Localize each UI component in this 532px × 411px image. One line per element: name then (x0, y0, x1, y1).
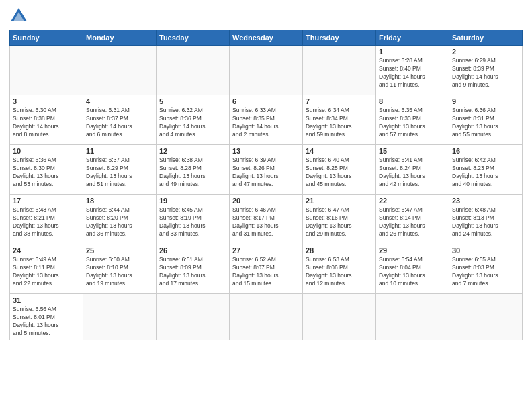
day-info: Sunrise: 6:42 AM Sunset: 8:23 PM Dayligh… (452, 156, 519, 189)
calendar-cell: 14Sunrise: 6:40 AM Sunset: 8:25 PM Dayli… (303, 145, 376, 195)
header-monday: Monday (83, 30, 157, 46)
calendar-cell: 22Sunrise: 6:47 AM Sunset: 8:14 PM Dayli… (376, 195, 449, 244)
calendar-cell (230, 294, 303, 340)
day-info: Sunrise: 6:36 AM Sunset: 8:31 PM Dayligh… (452, 107, 519, 139)
day-number: 22 (379, 197, 446, 205)
calendar-cell: 23Sunrise: 6:48 AM Sunset: 8:13 PM Dayli… (449, 195, 523, 244)
header-tuesday: Tuesday (157, 30, 230, 46)
day-info: Sunrise: 6:47 AM Sunset: 8:14 PM Dayligh… (379, 206, 446, 238)
calendar-cell: 21Sunrise: 6:47 AM Sunset: 8:16 PM Dayli… (303, 195, 376, 244)
day-info: Sunrise: 6:48 AM Sunset: 8:13 PM Dayligh… (452, 206, 519, 238)
day-number: 1 (379, 48, 446, 56)
calendar-cell: 25Sunrise: 6:50 AM Sunset: 8:10 PM Dayli… (83, 244, 157, 294)
calendar-cell: 30Sunrise: 6:55 AM Sunset: 8:03 PM Dayli… (449, 244, 523, 294)
day-info: Sunrise: 6:53 AM Sunset: 8:06 PM Dayligh… (306, 256, 373, 288)
logo (9, 7, 31, 26)
calendar-cell: 18Sunrise: 6:44 AM Sunset: 8:20 PM Dayli… (83, 195, 157, 244)
day-number: 31 (13, 296, 80, 304)
calendar-cell (303, 294, 376, 340)
day-number: 15 (379, 147, 446, 155)
day-number: 11 (86, 147, 153, 155)
day-info: Sunrise: 6:30 AM Sunset: 8:38 PM Dayligh… (13, 107, 80, 139)
calendar-cell: 13Sunrise: 6:39 AM Sunset: 8:26 PM Dayli… (230, 145, 303, 195)
calendar-cell: 9Sunrise: 6:36 AM Sunset: 8:31 PM Daylig… (449, 95, 523, 145)
day-info: Sunrise: 6:56 AM Sunset: 8:01 PM Dayligh… (13, 306, 80, 338)
day-number: 9 (452, 97, 519, 105)
calendar-cell: 31Sunrise: 6:56 AM Sunset: 8:01 PM Dayli… (10, 294, 83, 340)
calendar-cell: 26Sunrise: 6:51 AM Sunset: 8:09 PM Dayli… (157, 244, 230, 294)
calendar-cell: 4Sunrise: 6:31 AM Sunset: 8:37 PM Daylig… (83, 95, 157, 145)
day-number: 6 (232, 97, 300, 105)
day-number: 10 (13, 147, 80, 155)
day-number: 26 (159, 246, 226, 255)
day-number: 27 (232, 246, 300, 255)
day-info: Sunrise: 6:32 AM Sunset: 8:36 PM Dayligh… (159, 107, 226, 139)
day-number: 3 (13, 97, 80, 105)
calendar-cell: 3Sunrise: 6:30 AM Sunset: 8:38 PM Daylig… (10, 95, 83, 145)
day-number: 8 (379, 97, 446, 105)
day-number: 2 (452, 48, 519, 56)
calendar-cell: 12Sunrise: 6:38 AM Sunset: 8:28 PM Dayli… (157, 145, 230, 195)
header (9, 7, 523, 26)
day-number: 23 (452, 197, 519, 205)
header-thursday: Thursday (303, 30, 376, 46)
day-info: Sunrise: 6:47 AM Sunset: 8:16 PM Dayligh… (306, 206, 373, 238)
day-info: Sunrise: 6:41 AM Sunset: 8:24 PM Dayligh… (379, 156, 446, 189)
day-number: 19 (159, 197, 226, 205)
day-number: 12 (159, 147, 226, 155)
day-info: Sunrise: 6:52 AM Sunset: 8:07 PM Dayligh… (232, 256, 300, 288)
day-info: Sunrise: 6:44 AM Sunset: 8:20 PM Dayligh… (86, 206, 153, 238)
day-number: 4 (86, 97, 153, 105)
day-number: 18 (86, 197, 153, 205)
header-sunday: Sunday (10, 30, 83, 46)
calendar-cell (83, 294, 157, 340)
calendar-cell (157, 46, 230, 95)
calendar-cell: 15Sunrise: 6:41 AM Sunset: 8:24 PM Dayli… (376, 145, 449, 195)
day-number: 20 (232, 197, 300, 205)
day-info: Sunrise: 6:33 AM Sunset: 8:35 PM Dayligh… (232, 107, 300, 139)
day-number: 29 (379, 246, 446, 255)
day-info: Sunrise: 6:36 AM Sunset: 8:30 PM Dayligh… (13, 156, 80, 189)
calendar-cell: 6Sunrise: 6:33 AM Sunset: 8:35 PM Daylig… (230, 95, 303, 145)
day-info: Sunrise: 6:28 AM Sunset: 8:40 PM Dayligh… (379, 57, 446, 89)
calendar-cell: 10Sunrise: 6:36 AM Sunset: 8:30 PM Dayli… (10, 145, 83, 195)
calendar-page: Sunday Monday Tuesday Wednesday Thursday… (0, 0, 532, 411)
calendar-cell (376, 294, 449, 340)
day-info: Sunrise: 6:50 AM Sunset: 8:10 PM Dayligh… (86, 256, 153, 288)
calendar-cell (449, 294, 523, 340)
day-number: 24 (13, 246, 80, 255)
calendar-cell (303, 46, 376, 95)
day-info: Sunrise: 6:54 AM Sunset: 8:04 PM Dayligh… (379, 256, 446, 288)
day-number: 28 (306, 246, 373, 255)
header-friday: Friday (376, 30, 449, 46)
day-number: 16 (452, 147, 519, 155)
header-wednesday: Wednesday (230, 30, 303, 46)
day-info: Sunrise: 6:37 AM Sunset: 8:29 PM Dayligh… (86, 156, 153, 189)
calendar-cell: 19Sunrise: 6:45 AM Sunset: 8:19 PM Dayli… (157, 195, 230, 244)
day-info: Sunrise: 6:29 AM Sunset: 8:39 PM Dayligh… (452, 57, 519, 89)
calendar-cell: 20Sunrise: 6:46 AM Sunset: 8:17 PM Dayli… (230, 195, 303, 244)
calendar-cell (157, 294, 230, 340)
calendar-cell: 8Sunrise: 6:35 AM Sunset: 8:33 PM Daylig… (376, 95, 449, 145)
calendar-cell: 27Sunrise: 6:52 AM Sunset: 8:07 PM Dayli… (230, 244, 303, 294)
day-info: Sunrise: 6:38 AM Sunset: 8:28 PM Dayligh… (159, 156, 226, 189)
calendar-table: Sunday Monday Tuesday Wednesday Thursday… (9, 30, 523, 340)
day-info: Sunrise: 6:31 AM Sunset: 8:37 PM Dayligh… (86, 107, 153, 139)
calendar-cell (10, 46, 83, 95)
day-info: Sunrise: 6:40 AM Sunset: 8:25 PM Dayligh… (306, 156, 373, 189)
day-info: Sunrise: 6:43 AM Sunset: 8:21 PM Dayligh… (13, 206, 80, 238)
day-number: 30 (452, 246, 519, 255)
day-number: 5 (159, 97, 226, 105)
calendar-cell: 16Sunrise: 6:42 AM Sunset: 8:23 PM Dayli… (449, 145, 523, 195)
day-info: Sunrise: 6:49 AM Sunset: 8:11 PM Dayligh… (13, 256, 80, 288)
day-number: 17 (13, 197, 80, 205)
day-info: Sunrise: 6:51 AM Sunset: 8:09 PM Dayligh… (159, 256, 226, 288)
calendar-cell: 7Sunrise: 6:34 AM Sunset: 8:34 PM Daylig… (303, 95, 376, 145)
logo-icon (9, 7, 28, 26)
calendar-cell: 2Sunrise: 6:29 AM Sunset: 8:39 PM Daylig… (449, 46, 523, 95)
day-info: Sunrise: 6:55 AM Sunset: 8:03 PM Dayligh… (452, 256, 519, 288)
day-number: 25 (86, 246, 153, 255)
calendar-cell: 28Sunrise: 6:53 AM Sunset: 8:06 PM Dayli… (303, 244, 376, 294)
calendar-cell: 24Sunrise: 6:49 AM Sunset: 8:11 PM Dayli… (10, 244, 83, 294)
calendar-cell: 11Sunrise: 6:37 AM Sunset: 8:29 PM Dayli… (83, 145, 157, 195)
